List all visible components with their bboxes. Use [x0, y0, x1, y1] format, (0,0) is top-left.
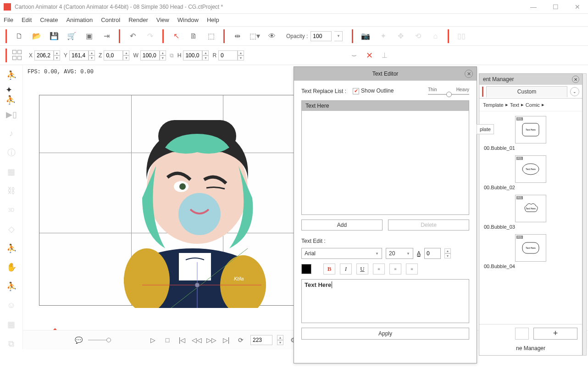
minimize-button[interactable]: —: [527, 3, 540, 11]
delete-button[interactable]: Delete: [388, 220, 469, 231]
align-left-button[interactable]: ≡: [373, 264, 385, 275]
italic-button[interactable]: I: [340, 264, 352, 275]
head-tool-3[interactable]: ⟂: [382, 50, 387, 60]
shape-tool[interactable]: ◇: [6, 224, 17, 235]
menu-help[interactable]: Help: [207, 16, 219, 23]
list-item[interactable]: Text Here: [302, 101, 469, 111]
head-tool-2[interactable]: ✕: [366, 50, 373, 60]
move-button[interactable]: ✥: [394, 29, 407, 43]
maximize-button[interactable]: ☐: [549, 3, 562, 11]
layers-tool[interactable]: ⧉: [6, 338, 17, 349]
menu-window[interactable]: Window: [178, 16, 199, 23]
outline-thickness-slider[interactable]: ThinHeavy: [428, 87, 469, 95]
new-button[interactable]: 🗋: [12, 29, 26, 43]
audio-tool[interactable]: ♪: [6, 128, 17, 139]
text-replace-list[interactable]: Text Here: [301, 100, 469, 215]
z-input[interactable]: [104, 50, 123, 60]
scene-manager-strip[interactable]: [582, 73, 587, 356]
camera-button[interactable]: 📷: [359, 29, 372, 43]
export-button[interactable]: ▣: [82, 29, 96, 43]
safe-area-button[interactable]: ▯▯: [455, 29, 468, 43]
run-tool[interactable]: ⛹: [6, 281, 17, 292]
send-button[interactable]: ⇥: [100, 29, 113, 43]
tab-custom[interactable]: Custom: [486, 86, 567, 97]
walk-tool[interactable]: ⛹: [6, 243, 17, 254]
undo-button[interactable]: ↶: [126, 29, 139, 43]
hand-tool[interactable]: ✋: [6, 262, 17, 273]
video-tool[interactable]: ▶▯: [6, 109, 17, 120]
list-item[interactable]: RSText Here 00.Bubble_04: [484, 234, 577, 269]
opacity-dropdown[interactable]: ▼: [334, 31, 343, 41]
spin-up[interactable]: ▲: [54, 50, 60, 55]
last-frame-button[interactable]: ▷|: [221, 335, 231, 345]
menu-edit[interactable]: Edit: [22, 16, 32, 23]
prev-frame-button[interactable]: ◁◁: [192, 335, 202, 345]
list-item[interactable]: RSText Here 00.Bubble_03: [484, 195, 577, 230]
stop-button[interactable]: □: [162, 335, 172, 345]
comment-icon[interactable]: 💬: [73, 335, 83, 345]
size-select[interactable]: 20▼: [386, 248, 413, 259]
menu-view[interactable]: View: [156, 16, 169, 23]
sparkle-button[interactable]: ✦: [376, 29, 390, 43]
underline-button[interactable]: U: [356, 264, 368, 275]
info-tool[interactable]: ⓘ: [6, 147, 17, 158]
close-icon[interactable]: ✕: [465, 70, 473, 78]
loop-button[interactable]: ⟳: [236, 335, 246, 345]
zoom-slider[interactable]: [88, 340, 111, 341]
text-input-area[interactable]: Text Here: [301, 279, 469, 323]
3d-tool[interactable]: 3D: [6, 204, 17, 215]
crop-tool[interactable]: ⬚▾: [248, 29, 261, 43]
opacity-input[interactable]: [311, 31, 332, 41]
spacing-input[interactable]: [424, 248, 441, 259]
align-center-button[interactable]: ≡: [389, 264, 401, 275]
content-manager-titlebar[interactable]: ent Manager ✕: [479, 74, 582, 85]
redo-button[interactable]: ↷: [143, 29, 157, 43]
pose-tool[interactable]: ✦⛹: [6, 89, 17, 101]
text-editor-titlebar[interactable]: Text Editor ✕: [294, 67, 477, 81]
menu-control[interactable]: Control: [101, 16, 120, 23]
template-side-label[interactable]: plate: [477, 124, 494, 134]
grid-icon[interactable]: [12, 50, 23, 61]
menu-animation[interactable]: Animation: [66, 16, 93, 23]
spin-down[interactable]: ▼: [54, 55, 60, 60]
font-select[interactable]: Arial▼: [301, 248, 382, 259]
list-item[interactable]: RSText Here 00.Bubble_01: [484, 116, 577, 151]
home-button[interactable]: ⌂: [428, 29, 442, 43]
menu-file[interactable]: File: [4, 16, 13, 23]
y-input[interactable]: [69, 50, 89, 60]
opacity-control[interactable]: Opacity : ▼: [286, 31, 343, 41]
link-tool[interactable]: ⬚: [204, 29, 218, 43]
rotate-button[interactable]: ⟲: [411, 29, 425, 43]
list-item[interactable]: RSText Here 00.Bubble_02: [484, 155, 577, 190]
breadcrumb[interactable]: Template▸ Text▸ Comic▸: [479, 99, 582, 111]
next-frame-button[interactable]: ▷▷: [206, 335, 216, 345]
grid-tool[interactable]: ▦: [6, 319, 17, 330]
align-right-button[interactable]: ≡: [406, 264, 418, 275]
footer-box[interactable]: [515, 328, 529, 340]
text-color-swatch[interactable]: [301, 264, 311, 274]
bold-button[interactable]: B: [323, 264, 335, 275]
w-input[interactable]: [140, 50, 160, 60]
play-button[interactable]: ▷: [148, 335, 158, 345]
link-wh-icon[interactable]: ⧉: [170, 52, 174, 59]
scene-tool[interactable]: ▦: [6, 166, 17, 177]
bone-tool[interactable]: ⛓: [6, 186, 17, 197]
collapse-button[interactable]: ⌄: [570, 87, 579, 96]
h-input[interactable]: [183, 50, 202, 60]
head-tool-1[interactable]: ⌣: [351, 50, 357, 60]
open-button[interactable]: 📂: [30, 29, 44, 43]
frame-input[interactable]: [250, 335, 272, 345]
page-tool[interactable]: 🗎: [187, 29, 200, 43]
cart-button[interactable]: 🛒: [65, 29, 78, 43]
apply-button[interactable]: Apply: [301, 328, 469, 340]
r-input[interactable]: [218, 50, 238, 60]
eye-button[interactable]: 👁: [265, 29, 279, 43]
show-outline-checkbox[interactable]: ✔Show Outline: [353, 88, 394, 94]
actor-tool[interactable]: ⛹: [6, 70, 17, 81]
select-tool[interactable]: ↖: [169, 29, 183, 43]
add-button[interactable]: Add: [301, 220, 383, 231]
first-frame-button[interactable]: |◁: [177, 335, 187, 345]
add-content-button[interactable]: +: [533, 328, 577, 340]
save-button[interactable]: 💾: [47, 29, 61, 43]
flip-h-button[interactable]: ⇹: [230, 29, 244, 43]
